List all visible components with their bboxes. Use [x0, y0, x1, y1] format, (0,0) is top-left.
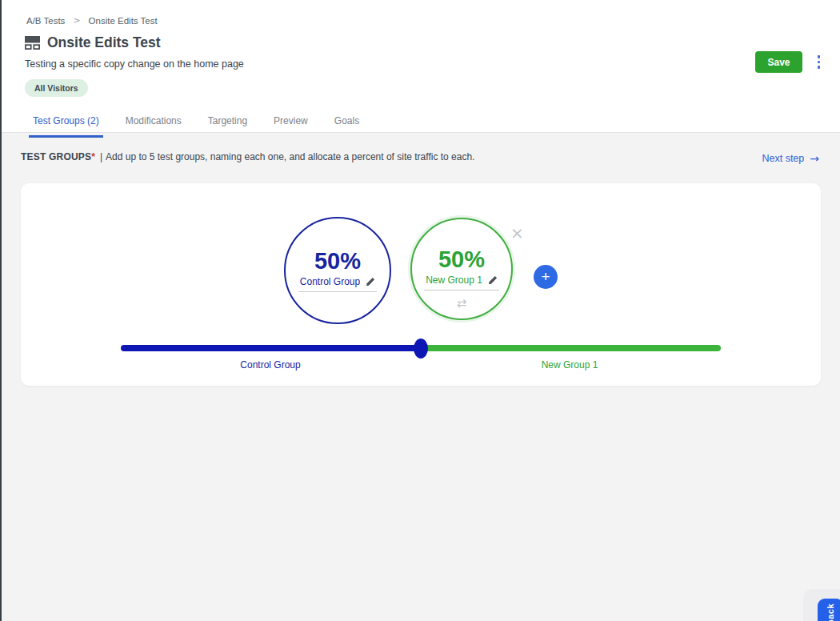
- page-title: Onsite Edits Test: [47, 34, 161, 51]
- onsite-layout-icon: [25, 36, 40, 50]
- section-separator: |: [100, 151, 102, 162]
- new-group-name: New Group 1: [426, 274, 482, 286]
- tab-test-groups[interactable]: Test Groups (2): [29, 115, 103, 138]
- control-group-allocation: 50%: [314, 249, 361, 274]
- slider-label-new-group: New Group 1: [542, 359, 598, 371]
- edit-pencil-icon[interactable]: [366, 277, 375, 286]
- breadcrumb: A/B Tests > Onsite Edits Test: [26, 15, 821, 26]
- next-step-link[interactable]: Next step →: [762, 152, 819, 165]
- tab-modifications[interactable]: Modifications: [122, 115, 186, 138]
- title-row: Onsite Edits Test: [25, 34, 821, 51]
- test-description: Testing a specific copy change on the ho…: [25, 58, 821, 70]
- remove-group-icon[interactable]: ×: [510, 225, 524, 241]
- slider-knob[interactable]: [414, 339, 428, 359]
- kebab-menu-icon[interactable]: [815, 53, 823, 71]
- ab-test-editor-screen: A/B Tests > Onsite Edits Test Onsite Edi…: [0, 0, 840, 621]
- traffic-allocation-slider: [121, 345, 721, 351]
- tab-bar: Test Groups (2) Modifications Targeting …: [25, 115, 821, 138]
- test-groups-card: 50% Control Group 50% New Group 1 ⇄ × +: [21, 183, 821, 386]
- next-step-label: Next step: [762, 153, 804, 164]
- add-group-button[interactable]: +: [534, 265, 558, 289]
- page-header: A/B Tests > Onsite Edits Test Onsite Edi…: [0, 0, 840, 133]
- arrow-right-icon: →: [810, 152, 819, 165]
- audience-badge: All Visitors: [25, 79, 88, 97]
- edit-pencil-icon[interactable]: [488, 275, 498, 285]
- feedback-button[interactable]: Feedback: [818, 599, 840, 621]
- new-group-allocation: 50%: [438, 247, 485, 273]
- breadcrumb-ab-tests[interactable]: A/B Tests: [26, 16, 65, 26]
- header-actions: Save: [755, 51, 822, 73]
- control-group-name-edit[interactable]: Control Group: [298, 276, 377, 292]
- slider-segment-new-group[interactable]: [421, 345, 721, 351]
- slider-label-control-group: Control Group: [240, 359, 300, 371]
- tab-preview[interactable]: Preview: [270, 115, 312, 138]
- required-marker: *: [91, 151, 95, 162]
- breadcrumb-separator-icon: >: [73, 15, 80, 26]
- new-group-circle: 50% New Group 1 ⇄: [410, 218, 513, 320]
- slider-segment-control[interactable]: [121, 345, 421, 351]
- tab-goals[interactable]: Goals: [330, 115, 363, 138]
- section-title: TEST GROUPS: [21, 151, 91, 162]
- save-button[interactable]: Save: [755, 51, 802, 73]
- swap-groups-icon[interactable]: ⇄: [457, 296, 467, 310]
- new-group-name-edit[interactable]: New Group 1: [424, 274, 499, 290]
- control-group-circle: 50% Control Group: [284, 217, 391, 324]
- sidebar-edge: [0, 0, 2, 621]
- section-heading: TEST GROUPS*|Add up to 5 test groups, na…: [21, 151, 474, 162]
- feedback-label: Feedback: [826, 603, 835, 621]
- breadcrumb-current: Onsite Edits Test: [89, 16, 158, 26]
- section-bar: TEST GROUPS*|Add up to 5 test groups, na…: [0, 133, 840, 165]
- section-description: Add up to 5 test groups, naming each one…: [106, 151, 474, 162]
- tab-targeting[interactable]: Targeting: [204, 115, 251, 138]
- control-group-name: Control Group: [300, 276, 360, 287]
